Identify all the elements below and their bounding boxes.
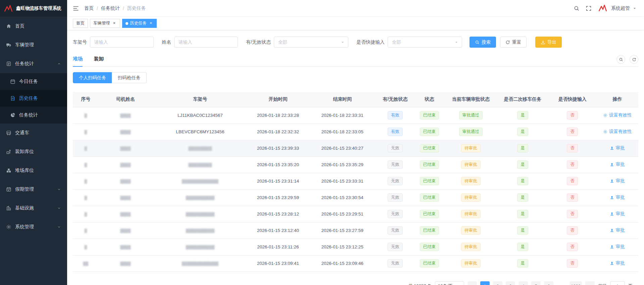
view-tag[interactable]: 首页 — [73, 19, 88, 28]
page-button[interactable]: 5 — [531, 281, 541, 285]
fullscreen-icon[interactable] — [586, 5, 592, 11]
table-row[interactable]: ████████████████2026-01-15 23:28:122026-… — [73, 206, 638, 222]
page-button[interactable]: 4 — [518, 281, 528, 285]
approve-link[interactable]: 审批 — [610, 178, 625, 184]
scanner-gun-tab[interactable]: 扫码枪任务 — [112, 72, 147, 83]
reset-button[interactable]: 重置 — [500, 37, 527, 48]
column-header: 序号 — [73, 92, 99, 107]
table-row[interactable]: ███████████████████2026-01-15 23:31:1420… — [73, 173, 638, 189]
status-badge: 是 — [517, 193, 528, 202]
holiday-icon — [6, 187, 11, 192]
view-tag[interactable]: 车辆管理× — [90, 19, 120, 28]
avatar[interactable] — [598, 3, 608, 13]
approve-link[interactable]: 审批 — [610, 161, 625, 168]
approve-link[interactable]: 审批 — [610, 244, 625, 250]
redacted-text: ██████████████ — [182, 179, 218, 183]
page-button[interactable]: 3 — [506, 281, 515, 285]
dock-icon — [6, 149, 11, 154]
table-row[interactable]: █████LBEVCBFC6MY1234562026-01-18 22:32:3… — [73, 124, 638, 140]
sidebar-item-task-statistics[interactable]: 任务统计 — [0, 107, 67, 124]
view-tag[interactable]: 历史任务× — [122, 19, 157, 28]
breadcrumb-separator: / — [123, 6, 124, 11]
page-button[interactable]: 6 — [544, 281, 553, 285]
scan-mode-group: 个人扫码任务 扫码枪任务 — [73, 72, 638, 83]
caret-down-icon[interactable] — [633, 6, 637, 10]
name-filter-input[interactable] — [174, 37, 238, 48]
prev-page-button[interactable]: ‹ — [467, 281, 477, 285]
approve-link[interactable]: 审批 — [610, 194, 625, 200]
sidebar-item-infrastructure[interactable]: 基础设施 — [0, 199, 67, 218]
approve-icon — [610, 212, 614, 216]
sidebar-item-vehicle-mgmt[interactable]: 车辆管理 — [0, 36, 67, 54]
sidebar-item-system-mgmt[interactable]: 系统管理 — [0, 218, 67, 236]
search-button[interactable]: 搜索 — [469, 37, 496, 48]
tab-yard[interactable]: 堆场 — [73, 56, 83, 66]
set-validity-link[interactable]: 设置有效性 — [603, 112, 632, 118]
table-row[interactable]: ██████████████2026-01-15 23:39:332026-01… — [73, 140, 638, 156]
caret-down-icon — [341, 40, 345, 44]
approve-link[interactable]: 审批 — [610, 260, 625, 266]
table-row[interactable]: ████████████████2026-01-15 23:29:592026-… — [73, 189, 638, 206]
sidebar-item-today-tasks[interactable]: 今日任务 — [0, 73, 67, 90]
sidebar-item-yard-slots[interactable]: 堆场库位 — [0, 161, 67, 180]
table-refresh-button[interactable] — [630, 55, 638, 64]
sidebar-item-traffic-vehicle[interactable]: 交通车 — [0, 124, 67, 142]
action-label: 审批 — [616, 145, 625, 151]
redacted-text: █████████ — [188, 163, 212, 167]
breadcrumb-item[interactable]: 首页 — [84, 5, 94, 11]
redacted-text: ██████████████ — [182, 262, 218, 266]
close-icon[interactable]: × — [148, 21, 153, 26]
page-size-select[interactable]: 10条/页 — [435, 281, 464, 285]
status-badge: 是 — [517, 177, 528, 185]
pagination: 共 10057 条10条/页‹123456…1006›前往页 — [408, 281, 633, 285]
refresh-icon — [632, 57, 636, 62]
page-button[interactable]: 1 — [480, 281, 490, 285]
hamburger-icon[interactable] — [72, 5, 79, 12]
header-search-icon[interactable] — [574, 5, 580, 11]
column-header: 状态 — [414, 92, 445, 107]
status-badge: 已结束 — [420, 160, 439, 169]
approve-link[interactable]: 审批 — [610, 145, 625, 151]
sidebar-item-label: 历史任务 — [19, 95, 38, 101]
sidebar-item-history-tasks[interactable]: 历史任务 — [0, 90, 67, 107]
approve-link[interactable]: 审批 — [610, 227, 625, 233]
sidebar-item-home[interactable]: 首页 — [0, 17, 67, 36]
status-badge: 无效 — [388, 144, 403, 152]
validity-filter-select[interactable]: 全部 — [274, 37, 348, 48]
breadcrumb: 首页/任务统计/历史任务 — [84, 5, 146, 11]
chassis-filter-input[interactable] — [90, 37, 154, 48]
view-tag-label: 车辆管理 — [93, 20, 110, 26]
table-row[interactable]: ████████████████2026-01-15 23:12:402026-… — [73, 222, 638, 239]
sidebar-item-task-stats[interactable]: 任务统计 — [0, 54, 67, 73]
sidebar-item-label: 系统管理 — [15, 224, 34, 230]
table-row[interactable]: ██████████████2026-01-15 23:35:202026-01… — [73, 156, 638, 173]
set-validity-link[interactable]: 设置有效性 — [603, 129, 632, 135]
quick-input-filter-select[interactable]: 全部 — [388, 37, 462, 48]
close-icon[interactable]: × — [112, 21, 117, 26]
status-badge: 无效 — [388, 243, 403, 251]
page-button[interactable]: 2 — [493, 281, 502, 285]
sidebar-item-label: 任务统计 — [19, 112, 38, 118]
tab-loading[interactable]: 装卸 — [94, 56, 104, 66]
personal-scan-tab[interactable]: 个人扫码任务 — [73, 72, 112, 83]
page-button[interactable]: … — [557, 281, 566, 285]
export-button[interactable]: 导出 — [535, 37, 562, 48]
table-row[interactable]: ████████████████2026-01-15 23:11:262026-… — [73, 239, 638, 255]
status-badge: 待审批 — [461, 144, 481, 152]
table-search-button[interactable] — [616, 55, 625, 64]
view-tag-label: 历史任务 — [130, 20, 147, 26]
sidebar-item-label: 装卸库位 — [15, 149, 34, 155]
redacted-text: ████ — [120, 262, 131, 266]
page-button[interactable]: 1006 — [569, 281, 582, 285]
breadcrumb-item[interactable]: 任务统计 — [101, 5, 120, 11]
sidebar-item-loading-slots[interactable]: 装卸库位 — [0, 142, 67, 161]
status-badge: 无效 — [388, 160, 403, 169]
redacted-text: ███████████ — [186, 229, 214, 233]
next-page-button[interactable]: › — [585, 281, 595, 285]
quick-input-filter-value: 全部 — [392, 39, 401, 45]
table-row[interactable]: █████LJ11KBAC0C12345672026-01-18 22:33:2… — [73, 107, 638, 124]
table-row[interactable]: ████████████████████2026-01-15 23:09:412… — [73, 255, 638, 272]
goto-page-input[interactable] — [610, 281, 625, 285]
approve-link[interactable]: 审批 — [610, 211, 625, 217]
sidebar-item-holiday-mgmt[interactable]: 假期管理 — [0, 180, 67, 199]
